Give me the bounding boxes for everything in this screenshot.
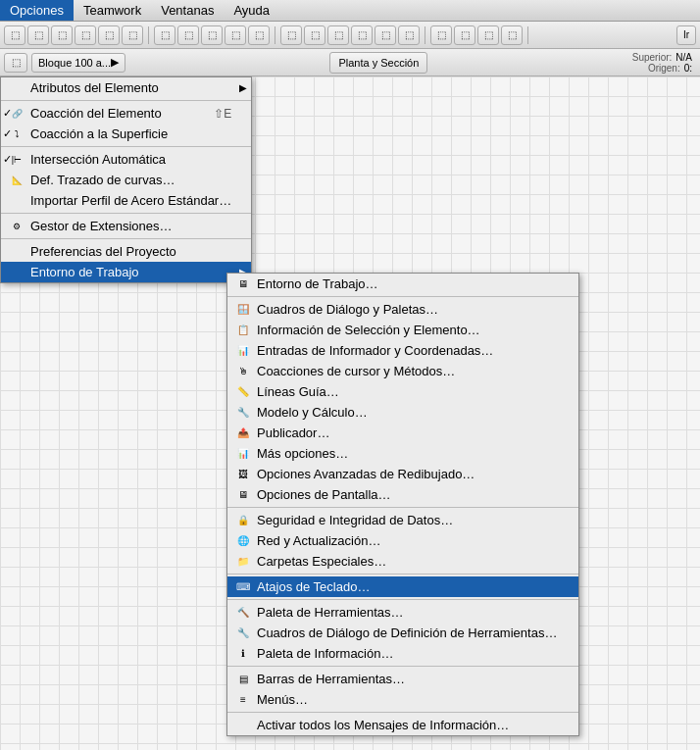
entorno-sep3 — [227, 574, 578, 575]
toolbar-btn-15[interactable]: ⬚ — [351, 25, 373, 45]
menu-preferencias[interactable]: Preferencias del Proyecto — [1, 241, 251, 262]
toolbar-btn-8[interactable]: ⬚ — [177, 25, 199, 45]
submenu-red[interactable]: 🌐 Red y Actualización… — [227, 530, 578, 551]
toolbar-btn-ir[interactable]: Ir — [676, 25, 696, 45]
toolbar-btn-5[interactable]: ⬚ — [98, 25, 120, 45]
opciones-dropdown: Atributos del Elemento ▶ ✓ 🔗 Coacción de… — [0, 76, 252, 283]
entorno-label: Entorno de Trabajo — [30, 265, 139, 279]
toolbar-btn-9[interactable]: ⬚ — [201, 25, 223, 45]
view-selector[interactable]: Planta y Sección — [329, 52, 427, 74]
menu-atributos[interactable]: Atributos del Elemento ▶ — [1, 77, 251, 98]
submenu-info-seleccion[interactable]: 📋 Información de Selección y Elemento… — [227, 320, 578, 340]
entorno-sep5 — [227, 666, 578, 667]
preferencias-label: Preferencias del Proyecto — [30, 244, 176, 259]
paleta-info-icon: ℹ — [235, 647, 251, 661]
toolbar-btn-16[interactable]: ⬚ — [375, 25, 396, 45]
coacciones-cursor-icon: 🖱 — [235, 365, 251, 378]
cuadros-icon: 🪟 — [235, 303, 251, 317]
menu-coaccion-superficie[interactable]: ✓ ⤵ Coacción a la Superficie — [1, 124, 251, 144]
submenu-modelo-calculo[interactable]: 🔧 Modelo y Cálculo… — [227, 402, 578, 423]
seguridad-label: Seguridad e Integridad de Datos… — [257, 513, 453, 527]
block-label: Bloque 100 a... — [38, 57, 111, 69]
menu-ayuda[interactable]: Ayuda — [224, 0, 279, 21]
toolbar-btn-12[interactable]: ⬚ — [280, 25, 302, 45]
submenu-carpetas[interactable]: 📁 Carpetas Especiales… — [227, 551, 578, 572]
publicador-label: Publicador… — [257, 425, 329, 440]
toolbar-btn-14[interactable]: ⬚ — [327, 25, 349, 45]
block-arrow: ▶ — [111, 56, 119, 69]
toolbar-btn-21[interactable]: ⬚ — [501, 25, 523, 45]
paleta-herr-icon: 🔨 — [235, 606, 251, 620]
submenu-paleta-info[interactable]: ℹ Paleta de Información… — [227, 643, 578, 664]
menus-label: Menús… — [257, 692, 308, 707]
menu-entorno-trabajo[interactable]: Entorno de Trabajo ▶ — [1, 262, 251, 282]
submenu-mas-opciones[interactable]: 📊 Más opciones… — [227, 443, 578, 464]
publicador-icon: 📤 — [235, 426, 251, 440]
modelo-label: Modelo y Cálculo… — [257, 405, 368, 420]
sep1 — [1, 100, 251, 101]
def-trazado-icon: 📐 — [9, 174, 25, 187]
info-sel-label: Información de Selección y Elemento… — [257, 323, 480, 337]
toolbar-btn-11[interactable]: ⬚ — [248, 25, 270, 45]
red-icon: 🌐 — [235, 534, 251, 548]
submenu-coacciones-cursor[interactable]: 🖱 Coacciones de cursor y Métodos… — [227, 361, 578, 381]
submenu-atajos[interactable]: ⌨ Atajos de Teclado… — [227, 576, 578, 597]
toolbar-btn-1[interactable]: ⬚ — [4, 25, 25, 45]
coaccion-check: ✓ — [3, 107, 12, 120]
submenu-publicador[interactable]: 📤 Publicador… — [227, 423, 578, 443]
toolbar-btn-10[interactable]: ⬚ — [225, 25, 246, 45]
coacciones-cursor-label: Coacciones de cursor y Métodos… — [257, 364, 455, 378]
menu-opciones[interactable]: Opciones — [0, 0, 74, 21]
toolbar-btn-17[interactable]: ⬚ — [398, 25, 420, 45]
menu-teamwork[interactable]: Teamwork — [74, 0, 151, 21]
toolbar-sep-2 — [275, 26, 275, 44]
atajos-label: Atajos de Teclado… — [257, 579, 370, 594]
sep4 — [1, 238, 251, 239]
menu-interseccion[interactable]: ✓ |⊢ Intersección Automática — [1, 149, 251, 170]
submenu-menus[interactable]: ≡ Menús… — [227, 689, 578, 710]
menu-coaccion-elemento[interactable]: ✓ 🔗 Coacción del Elemento ⇧E — [1, 103, 251, 124]
submenu-barras[interactable]: ▤ Barras de Herramientas… — [227, 669, 578, 689]
submenu-paleta-herramientas[interactable]: 🔨 Paleta de Herramientas… — [227, 602, 578, 623]
interseccion-check: ✓ — [3, 153, 12, 166]
toolbar-btn-7[interactable]: ⬚ — [154, 25, 175, 45]
sep2 — [1, 146, 251, 147]
submenu-entorno-trabajo[interactable]: 🖥 Entorno de Trabajo… — [227, 274, 578, 294]
mas-opciones-label: Más opciones… — [257, 446, 348, 461]
toolbar-btn-4[interactable]: ⬚ — [75, 25, 96, 45]
avanzadas-label: Opciones Avanzadas de Redibujado… — [257, 467, 475, 481]
toolbar-btn-6[interactable]: ⬚ — [122, 25, 143, 45]
carpetas-label: Carpetas Especiales… — [257, 554, 386, 569]
atributos-label: Atributos del Elemento — [30, 80, 159, 95]
menu-ventanas[interactable]: Ventanas — [151, 0, 224, 21]
submenu-lineas-guia[interactable]: 📏 Líneas Guía… — [227, 381, 578, 402]
toolbar-sep-1 — [148, 26, 149, 44]
submenu-entradas-informador[interactable]: 📊 Entradas de Informador y Coordenadas… — [227, 340, 578, 361]
menu-importar-perfil[interactable]: Importar Perfil de Acero Estándar… — [1, 190, 251, 211]
submenu-opciones-avanzadas[interactable]: 🖼 Opciones Avanzadas de Redibujado… — [227, 464, 578, 484]
toolbar-btn-19[interactable]: ⬚ — [454, 25, 475, 45]
menu-def-trazado[interactable]: 📐 Def. Trazado de curvas… — [1, 170, 251, 190]
toolbar-btn-2[interactable]: ⬚ — [27, 25, 49, 45]
toolbar2-icon[interactable]: ⬚ — [4, 53, 27, 73]
main-canvas[interactable]: Atributos del Elemento ▶ ✓ 🔗 Coacción de… — [0, 76, 700, 750]
toolbar-btn-13[interactable]: ⬚ — [304, 25, 325, 45]
menu-gestor-extensiones[interactable]: ⚙ Gestor de Extensiones… — [1, 216, 251, 236]
coaccion-shortcut: ⇧E — [194, 107, 231, 121]
toolbar-btn-3[interactable]: ⬚ — [51, 25, 73, 45]
sep3 — [1, 213, 251, 214]
toolbar-btn-18[interactable]: ⬚ — [430, 25, 452, 45]
submenu-cuadros-def[interactable]: 🔧 Cuadros de Diálogo de Definición de He… — [227, 623, 578, 643]
submenu-opciones-pantalla[interactable]: 🖥 Opciones de Pantalla… — [227, 484, 578, 505]
submenu-activar-mensajes[interactable]: Activar todos los Mensajes de Informació… — [227, 715, 578, 735]
entorno-sep4 — [227, 599, 578, 600]
origen-label: Origen: — [648, 63, 680, 74]
block-selector[interactable]: Bloque 100 a... ▶ — [31, 53, 125, 73]
activar-icon — [235, 719, 251, 732]
menu-bar: Opciones Teamwork Ventanas Ayuda — [0, 0, 700, 22]
coaccion-elemento-label: Coacción del Elemento — [30, 106, 162, 121]
toolbar-btn-20[interactable]: ⬚ — [477, 25, 499, 45]
submenu-seguridad[interactable]: 🔒 Seguridad e Integridad de Datos… — [227, 510, 578, 530]
submenu-cuadros-dialogo[interactable]: 🪟 Cuadros de Diálogo y Paletas… — [227, 299, 578, 320]
toolbar-sep-4 — [527, 26, 528, 44]
